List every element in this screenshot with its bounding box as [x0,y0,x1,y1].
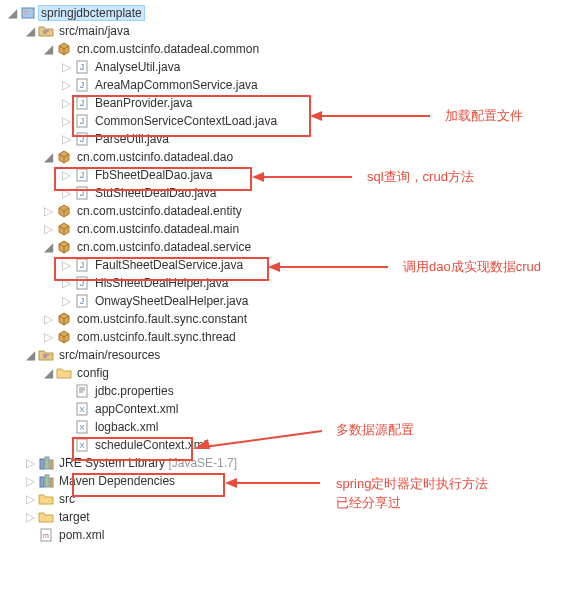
collapse-icon[interactable]: ▷ [58,95,74,111]
svg-rect-34 [45,475,49,487]
folder-target[interactable]: ▷ target [4,508,576,526]
file-analyseutil[interactable]: ▷ J AnalyseUtil.java [4,58,576,76]
annotation-text: sql查询，crud方法 [367,168,474,186]
collapse-icon[interactable]: ▷ [22,473,38,489]
folder-config[interactable]: ◢ config [4,364,576,382]
svg-text:J: J [80,278,85,288]
file-logback[interactable]: X logback.xml [4,418,576,436]
file-label: logback.xml [92,419,161,435]
collapse-icon[interactable]: ▷ [40,311,56,327]
package-icon [56,311,72,327]
file-schedule[interactable]: X scheduleContext.xml [4,436,576,454]
svg-text:J: J [80,134,85,144]
svg-text:J: J [80,116,85,126]
file-appcontext[interactable]: X appContext.xml [4,400,576,418]
jre-library[interactable]: ▷ JRE System Library [JavaSE-1.7] [4,454,576,472]
svg-text:X: X [79,441,85,450]
svg-text:J: J [80,296,85,306]
expand-icon[interactable]: ◢ [22,23,38,39]
svg-text:J: J [80,62,85,72]
package-label: cn.com.ustcinfo.datadeal.entity [74,203,245,219]
package-dao[interactable]: ◢ cn.com.ustcinfo.datadeal.dao [4,148,576,166]
svg-text:X: X [79,423,85,432]
expand-icon[interactable]: ◢ [40,41,56,57]
package-icon [56,221,72,237]
folder-icon [38,509,54,525]
package-common[interactable]: ◢ cn.com.ustcinfo.datadeal.common [4,40,576,58]
package-icon [56,329,72,345]
file-hissheet[interactable]: ▷ J HisSheetDealHelper.java [4,274,576,292]
annotation-text: 加载配置文件 [445,107,523,125]
collapse-icon[interactable]: ▷ [58,185,74,201]
expand-icon[interactable]: ◢ [4,5,20,21]
collapse-icon[interactable]: ▷ [58,293,74,309]
package-label: com.ustcinfo.fault.sync.constant [74,311,250,327]
collapse-icon[interactable]: ▷ [58,257,74,273]
file-stdsheet[interactable]: ▷ J StdSheetDealDao.java [4,184,576,202]
collapse-icon[interactable]: ▷ [40,329,56,345]
file-parseutil[interactable]: ▷ J ParseUtil.java [4,130,576,148]
file-onway[interactable]: ▷ J OnwaySheetDealHelper.java [4,292,576,310]
file-label: FbSheetDealDao.java [92,167,215,183]
package-constant[interactable]: ▷ com.ustcinfo.fault.sync.constant [4,310,576,328]
file-label: FaultSheetDealService.java [92,257,246,273]
package-entity[interactable]: ▷ cn.com.ustcinfo.datadeal.entity [4,202,576,220]
file-label: scheduleContext.xml [92,437,209,453]
svg-rect-1 [24,11,29,12]
java-file-icon: J [74,275,90,291]
package-main[interactable]: ▷ cn.com.ustcinfo.datadeal.main [4,220,576,238]
folder-label: config [74,365,112,381]
annotation-text: 多数据源配置 [336,421,414,439]
expand-icon[interactable]: ◢ [40,149,56,165]
project-root[interactable]: ◢ springjdbctemplate [4,4,576,22]
file-jdbc[interactable]: jdbc.properties [4,382,576,400]
collapse-icon[interactable]: ▷ [40,203,56,219]
file-label: AnalyseUtil.java [92,59,183,75]
collapse-icon[interactable]: ▷ [22,491,38,507]
package-icon [56,149,72,165]
package-thread[interactable]: ▷ com.ustcinfo.fault.sync.thread [4,328,576,346]
collapse-icon[interactable]: ▷ [22,455,38,471]
file-areamap[interactable]: ▷ J AreaMapCommonService.java [4,76,576,94]
package-icon [56,203,72,219]
svg-rect-0 [22,8,34,18]
src-main-java[interactable]: ◢ src/main/java [4,22,576,40]
library-label: JRE System Library [JavaSE-1.7] [56,455,240,471]
collapse-icon[interactable]: ▷ [58,77,74,93]
maven-deps[interactable]: ▷ Maven Dependencies [4,472,576,490]
package-icon [56,41,72,57]
expand-icon[interactable]: ◢ [40,365,56,381]
java-file-icon: J [74,59,90,75]
collapse-icon[interactable]: ▷ [40,221,56,237]
svg-text:J: J [80,260,85,270]
expand-icon[interactable]: ◢ [22,347,38,363]
folder-label: src/main/resources [56,347,163,363]
collapse-icon[interactable]: ▷ [58,131,74,147]
svg-rect-31 [45,457,49,469]
file-label: AreaMapCommonService.java [92,77,261,93]
folder-src[interactable]: ▷ src [4,490,576,508]
annotation-text: spring定时器定时执行方法 [336,475,488,493]
maven-file-icon: m [38,527,54,543]
src-main-resources[interactable]: ◢ src/main/resources [4,346,576,364]
expand-icon[interactable]: ◢ [40,239,56,255]
file-label: appContext.xml [92,401,181,417]
java-file-icon: J [74,185,90,201]
package-service[interactable]: ◢ cn.com.ustcinfo.datadeal.service [4,238,576,256]
spacer [58,401,74,417]
xml-file-icon: X [74,419,90,435]
collapse-icon[interactable]: ▷ [22,509,38,525]
collapse-icon[interactable]: ▷ [58,113,74,129]
folder-label: src [56,491,78,507]
spacer [58,419,74,435]
file-label: CommonServiceContextLoad.java [92,113,280,129]
collapse-icon[interactable]: ▷ [58,167,74,183]
library-icon [38,473,54,489]
collapse-icon[interactable]: ▷ [58,59,74,75]
package-label: cn.com.ustcinfo.datadeal.main [74,221,242,237]
collapse-icon[interactable]: ▷ [58,275,74,291]
svg-text:J: J [80,188,85,198]
file-fbsheet[interactable]: ▷ J FbSheetDealDao.java [4,166,576,184]
xml-file-icon: X [74,401,90,417]
file-pom[interactable]: m pom.xml [4,526,576,544]
